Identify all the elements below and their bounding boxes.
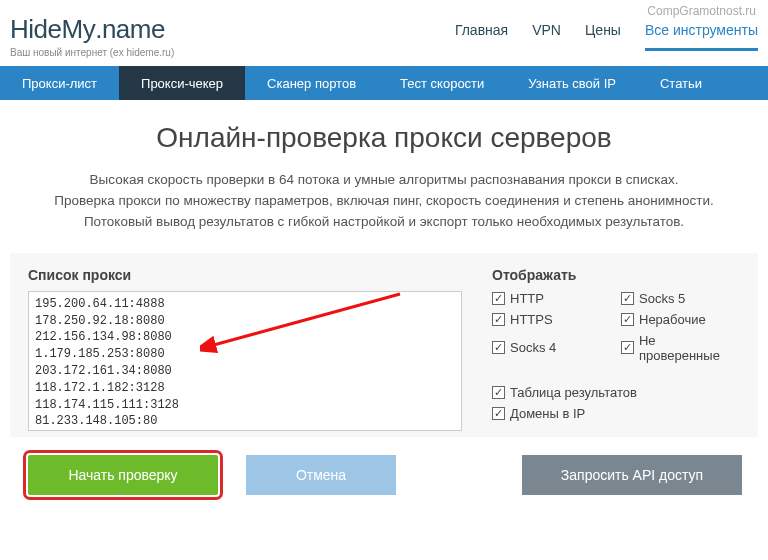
subnav-speed-test[interactable]: Тест скорости [378,66,506,100]
proxy-list-label: Список прокси [28,267,462,283]
display-label: Отображать [492,267,740,283]
page-title: Онлайн-проверка прокси серверов [0,122,768,154]
nav-main[interactable]: Главная [455,22,508,51]
watermark-text: CompGramotnost.ru [647,4,756,18]
desc-line3: Потоковый вывод результатов с гибкой нас… [18,212,750,233]
nav-tools[interactable]: Все инструменты [645,22,758,51]
check-table-label: Таблица результатов [510,385,637,400]
check-domains-label: Домены в IP [510,406,585,421]
check-socks4[interactable]: ✓Socks 4 [492,333,611,363]
checkmark-icon: ✓ [621,341,634,354]
annotation-arrow-icon [200,288,410,358]
checkmark-icon: ✓ [492,386,505,399]
checkmark-icon: ✓ [621,292,634,305]
check-https-label: HTTPS [510,312,553,327]
subnav-port-scanner[interactable]: Сканер портов [245,66,378,100]
checkbox-grid: ✓HTTP ✓Socks 5 ✓HTTPS ✓Нерабочие ✓Socks … [492,291,740,421]
nav-vpn[interactable]: VPN [532,22,561,51]
desc-line2: Проверка прокси по множеству параметров,… [18,191,750,212]
logo-part3: .name [95,14,165,44]
logo-part1: Hide [10,14,61,44]
check-table[interactable]: ✓Таблица результатов [492,385,740,400]
start-check-button[interactable]: Начать проверку [28,455,218,495]
nav-prices[interactable]: Цены [585,22,621,51]
sub-nav: Прокси-лист Прокси-чекер Сканер портов Т… [0,66,768,100]
check-socks5-label: Socks 5 [639,291,685,306]
check-socks5[interactable]: ✓Socks 5 [621,291,740,306]
check-broken[interactable]: ✓Нерабочие [621,312,740,327]
checkmark-icon: ✓ [492,407,505,420]
top-nav: Главная VPN Цены Все инструменты [455,14,758,51]
desc-line1: Высокая скорость проверки в 64 потока и … [18,170,750,191]
request-api-button[interactable]: Запросить API доступ [522,455,742,495]
checkmark-icon: ✓ [621,313,634,326]
site-logo[interactable]: HideMy.name [10,14,174,45]
subnav-proxy-list[interactable]: Прокси-лист [0,66,119,100]
check-domains[interactable]: ✓Домены в IP [492,406,740,421]
check-https[interactable]: ✓HTTPS [492,312,611,327]
checkmark-icon: ✓ [492,292,505,305]
check-unchecked[interactable]: ✓Не проверенные [621,333,740,363]
check-broken-label: Нерабочие [639,312,706,327]
logo-block: HideMy.name Ваш новый интернет (ex hidem… [10,14,174,58]
check-http[interactable]: ✓HTTP [492,291,611,306]
svg-line-0 [210,294,400,346]
check-socks4-label: Socks 4 [510,340,556,355]
subnav-articles[interactable]: Статьи [638,66,724,100]
button-row: Начать проверку Отмена Запросить API дос… [0,437,768,495]
tagline: Ваш новый интернет (ex hideme.ru) [10,47,174,58]
page-description: Высокая скорость проверки в 64 потока и … [0,170,768,233]
check-unchecked-label: Не проверенные [639,333,740,363]
subnav-my-ip[interactable]: Узнать свой IP [506,66,638,100]
logo-part2: My [61,14,95,44]
checkmark-icon: ✓ [492,341,505,354]
check-http-label: HTTP [510,291,544,306]
cancel-button[interactable]: Отмена [246,455,396,495]
checkmark-icon: ✓ [492,313,505,326]
display-options-column: Отображать ✓HTTP ✓Socks 5 ✓HTTPS ✓Нерабо… [492,267,740,431]
subnav-proxy-checker[interactable]: Прокси-чекер [119,66,245,100]
